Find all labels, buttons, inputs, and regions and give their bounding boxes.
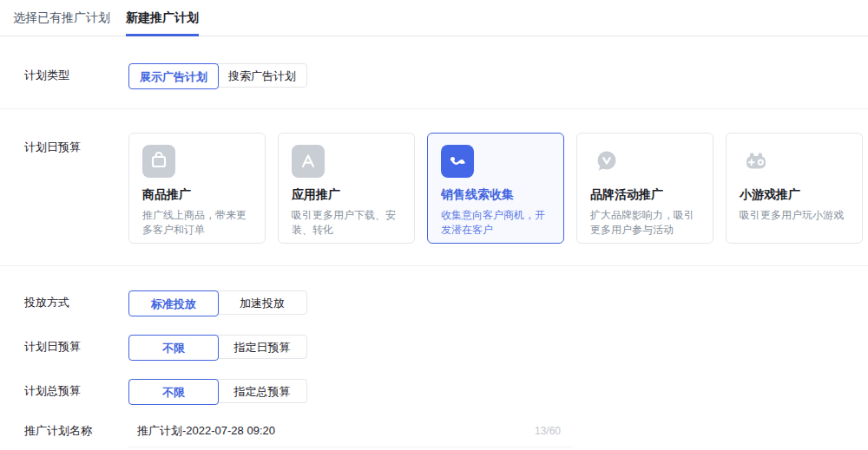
objective-card-product[interactable]: 商品推广 推广线上商品，带来更多客户和订单 (128, 133, 266, 244)
plan-name-field-wrap: 13/60 (128, 414, 573, 447)
shopping-bag-icon (142, 145, 175, 178)
plan-type-label: 计划类型 (24, 68, 128, 83)
daily-budget-option-specified[interactable]: 指定日预算 (218, 336, 306, 360)
plan-name-row: 推广计划名称 13/60 (24, 414, 868, 447)
tab-select-existing-plan[interactable]: 选择已有推广计划 (13, 0, 110, 36)
card-title: 应用推广 (292, 187, 401, 203)
card-title: 品牌活动推广 (590, 187, 700, 203)
delivery-option-accelerated[interactable]: 加速投放 (218, 291, 306, 316)
card-title: 商品推广 (142, 187, 252, 203)
total-budget-label: 计划总预算 (24, 383, 128, 399)
plan-name-label: 推广计划名称 (24, 423, 128, 439)
total-budget-segmented: 不限 指定总预算 (128, 379, 307, 403)
gamepad-icon (740, 145, 773, 178)
tab-bar: 选择已有推广计划 新建推广计划 (0, 0, 868, 36)
plan-type-segmented: 展示广告计划 搜索广告计划 (128, 63, 307, 88)
total-budget-option-specified[interactable]: 指定总预算 (218, 380, 306, 404)
objective-card-minigame[interactable]: 小游戏推广 吸引更多用户玩小游戏 (726, 133, 863, 244)
total-budget-row: 计划总预算 不限 指定总预算 (24, 379, 868, 403)
plan-type-option-search[interactable]: 搜索广告计划 (218, 64, 306, 88)
card-desc: 扩大品牌影响力，吸引更多用户参与活动 (590, 208, 700, 238)
card-desc: 吸引更多用户玩小游戏 (740, 208, 849, 223)
card-desc: 收集意向客户商机，开发潜在客户 (441, 208, 550, 238)
plan-name-input[interactable] (128, 414, 535, 447)
objective-cards: 商品推广 推广线上商品，带来更多客户和订单 应用推广 吸引更多用户下载、安装、转… (128, 133, 863, 244)
total-budget-option-unlimited[interactable]: 不限 (128, 379, 219, 405)
objective-label: 计划日预算 (24, 133, 128, 155)
delivery-mode-row: 投放方式 标准投放 加速投放 (24, 290, 868, 315)
tab-new-plan[interactable]: 新建推广计划 (126, 0, 199, 36)
objective-card-brand[interactable]: 品牌活动推广 扩大品牌影响力，吸引更多用户参与活动 (576, 133, 713, 244)
card-title: 小游戏推广 (740, 187, 849, 203)
daily-budget-label: 计划日预算 (24, 339, 128, 355)
plan-type-option-display[interactable]: 展示广告计划 (128, 63, 219, 89)
card-desc: 推广线上商品，带来更多客户和订单 (142, 208, 252, 238)
delivery-option-standard[interactable]: 标准投放 (128, 290, 219, 316)
objective-row: 计划日预算 商品推广 推广线上商品，带来更多客户和订单 应用推广 吸引更多用户下… (24, 133, 868, 244)
delivery-mode-label: 投放方式 (24, 295, 128, 310)
daily-budget-segmented: 不限 指定日预算 (128, 335, 307, 359)
chat-bubble-v-icon (590, 145, 623, 178)
plan-type-row: 计划类型 展示广告计划 搜索广告计划 (24, 63, 868, 88)
card-desc: 吸引更多用户下载、安装、转化 (292, 208, 401, 238)
objective-card-app[interactable]: 应用推广 吸引更多用户下载、安装、转化 (278, 133, 415, 244)
app-store-icon (292, 145, 325, 178)
plan-name-counter: 13/60 (535, 425, 561, 437)
daily-budget-row: 计划日预算 不限 指定日预算 (24, 335, 868, 359)
delivery-mode-segmented: 标准投放 加速投放 (128, 290, 307, 315)
objective-card-leads[interactable]: 销售线索收集 收集意向客户商机，开发潜在客户 (427, 133, 564, 244)
daily-budget-option-unlimited[interactable]: 不限 (128, 335, 219, 361)
trend-line-icon (441, 145, 474, 178)
card-title: 销售线索收集 (441, 187, 550, 203)
